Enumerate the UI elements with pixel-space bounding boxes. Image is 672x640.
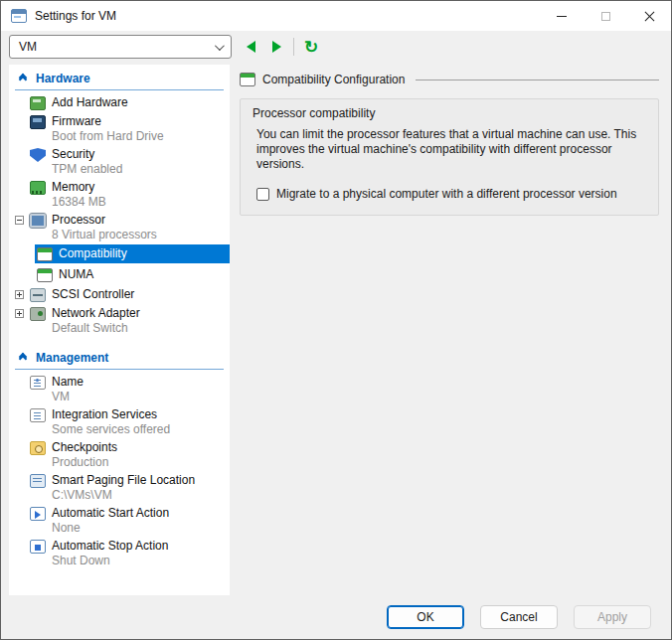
item-sublabel: Shut Down — [52, 554, 168, 567]
sidebar-item-add-hardware[interactable]: Add Hardware — [15, 94, 230, 111]
content-header-title: Compatibility Configuration — [262, 73, 405, 86]
item-label: NUMA — [59, 267, 93, 282]
close-button[interactable] — [627, 1, 671, 31]
collapse-expander-icon[interactable] — [15, 216, 24, 225]
item-label: Processor — [52, 213, 157, 228]
titlebar: Settings for VM — [1, 1, 671, 31]
refresh-button[interactable]: ↻ — [302, 37, 320, 57]
item-label: Checkpoints — [52, 440, 117, 455]
sidebar-item-automatic-stop[interactable]: Automatic Stop Action Shut Down — [15, 538, 230, 568]
settings-tree: Hardware Add Hardware Firmware Boot from… — [9, 65, 230, 595]
header-rule — [416, 80, 659, 80]
vm-selector[interactable]: VM — [9, 35, 232, 59]
compatibility-icon — [37, 247, 53, 261]
item-label: Add Hardware — [52, 95, 128, 110]
main-area: Hardware Add Hardware Firmware Boot from… — [1, 65, 671, 595]
item-sublabel: Production — [52, 455, 117, 469]
item-label: Integration Services — [52, 407, 170, 422]
sidebar-item-automatic-start[interactable]: Automatic Start Action None — [15, 505, 230, 536]
section-hardware[interactable]: Hardware — [15, 69, 230, 87]
content-panel: Compatibility Configuration Processor co… — [230, 65, 671, 595]
caption-buttons — [540, 1, 671, 31]
item-sublabel: Default Switch — [52, 321, 140, 335]
section-divider — [15, 89, 224, 90]
smart-paging-icon — [30, 474, 46, 488]
item-label: SCSI Controller — [52, 287, 134, 302]
back-arrow-icon — [247, 41, 255, 53]
sidebar-item-numa[interactable]: NUMA — [35, 265, 230, 284]
checkpoints-icon — [30, 441, 46, 455]
ok-button[interactable]: OK — [387, 605, 464, 629]
window-icon — [11, 9, 27, 23]
back-button[interactable] — [242, 37, 259, 57]
item-label: Smart Paging File Location — [52, 473, 195, 488]
content-header: Compatibility Configuration — [240, 73, 659, 86]
close-icon — [644, 11, 655, 22]
item-label: Memory — [52, 180, 106, 195]
sidebar-item-memory[interactable]: Memory 16384 MB — [15, 179, 230, 210]
chevron-down-icon — [215, 41, 225, 51]
toolbar: VM ↻ — [1, 31, 671, 65]
shield-icon — [30, 148, 46, 162]
sidebar-item-security[interactable]: Security TPM enabled — [15, 146, 230, 177]
item-label: Name — [52, 375, 84, 390]
scsi-controller-icon — [30, 288, 46, 302]
item-label: Automatic Start Action — [52, 506, 169, 521]
item-sublabel: TPM enabled — [52, 162, 122, 176]
name-icon — [30, 376, 46, 390]
expand-expander-icon[interactable] — [15, 290, 24, 299]
firmware-icon — [30, 115, 46, 129]
item-label: Network Adapter — [52, 306, 140, 321]
item-label: Automatic Stop Action — [52, 539, 168, 554]
section-hardware-label: Hardware — [36, 72, 90, 85]
sidebar-item-name[interactable]: Name VM — [15, 374, 230, 404]
section-management[interactable]: Management — [15, 348, 230, 367]
compatibility-configuration-icon — [240, 73, 255, 86]
nav-buttons: ↻ — [242, 37, 320, 57]
sidebar-item-firmware[interactable]: Firmware Boot from Hard Drive — [15, 113, 230, 144]
item-label: Firmware — [52, 114, 164, 129]
cancel-button[interactable]: Cancel — [480, 605, 558, 629]
processor-compatibility-group: Processor compatibility You can limit th… — [240, 98, 659, 216]
migrate-checkbox-label[interactable]: Migrate to a physical computer with a di… — [276, 187, 617, 201]
minimize-button[interactable] — [540, 1, 584, 31]
forward-button[interactable] — [267, 37, 285, 57]
sidebar-item-scsi-controller[interactable]: SCSI Controller — [15, 286, 230, 303]
apply-button: Apply — [574, 605, 651, 629]
integration-services-icon — [30, 408, 46, 422]
item-sublabel: VM — [52, 390, 84, 403]
migrate-checkbox[interactable] — [256, 188, 269, 201]
automatic-start-icon — [30, 507, 46, 521]
item-label: Security — [52, 147, 122, 162]
section-divider — [15, 369, 224, 370]
section-management-label: Management — [36, 351, 108, 365]
settings-window: Settings for VM VM ↻ Hardware — [0, 0, 672, 640]
sidebar-item-integration-services[interactable]: Integration Services Some services offer… — [15, 406, 230, 437]
sidebar-item-network-adapter[interactable]: Network Adapter Default Switch — [15, 305, 230, 336]
nav-separator — [293, 38, 294, 56]
item-sublabel: 16384 MB — [52, 195, 106, 209]
sidebar-item-processor[interactable]: Processor 8 Virtual processors — [15, 212, 230, 242]
sidebar-item-compatibility[interactable]: Compatibility — [35, 244, 230, 263]
migrate-checkbox-row: Migrate to a physical computer with a di… — [256, 187, 646, 201]
item-sublabel: C:\VMs\VM — [52, 488, 195, 502]
expand-expander-icon[interactable] — [15, 309, 24, 318]
item-sublabel: Boot from Hard Drive — [52, 129, 164, 143]
forward-arrow-icon — [272, 41, 281, 53]
maximize-icon — [601, 12, 610, 21]
footer: OK Cancel Apply — [1, 595, 671, 639]
minimize-icon — [557, 16, 567, 17]
sidebar-item-checkpoints[interactable]: Checkpoints Production — [15, 439, 230, 470]
item-label: Compatibility — [59, 246, 127, 261]
item-sublabel: None — [52, 521, 169, 535]
add-hardware-icon — [30, 96, 46, 110]
group-title: Processor compatibility — [252, 106, 646, 120]
memory-icon — [30, 181, 46, 195]
collapse-chevrons-icon — [17, 354, 29, 362]
sidebar-item-smart-paging[interactable]: Smart Paging File Location C:\VMs\VM — [15, 472, 230, 503]
item-sublabel: 8 Virtual processors — [52, 228, 157, 241]
network-adapter-icon — [30, 307, 46, 321]
automatic-stop-icon — [30, 540, 46, 554]
processor-icon — [30, 214, 46, 228]
maximize-button — [584, 1, 627, 31]
